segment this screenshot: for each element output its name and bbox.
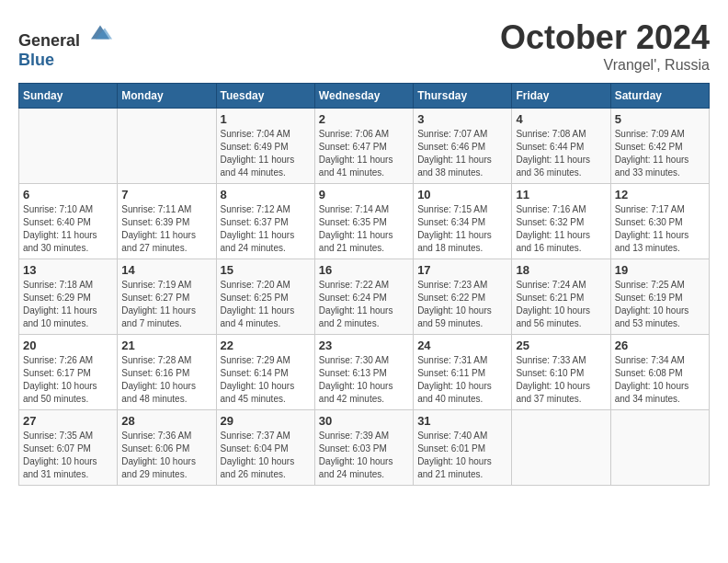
title-area: October 2024 Vrangel', Russia (500, 18, 710, 74)
day-info: Sunrise: 7:07 AMSunset: 6:46 PMDaylight:… (417, 128, 507, 179)
calendar-cell: 26Sunrise: 7:34 AMSunset: 6:08 PMDayligh… (610, 335, 709, 410)
day-info: Sunrise: 7:22 AMSunset: 6:24 PMDaylight:… (319, 279, 409, 330)
calendar-cell: 23Sunrise: 7:30 AMSunset: 6:13 PMDayligh… (314, 335, 413, 410)
calendar-cell: 22Sunrise: 7:29 AMSunset: 6:14 PMDayligh… (216, 335, 314, 410)
calendar-week-4: 20Sunrise: 7:26 AMSunset: 6:17 PMDayligh… (19, 335, 710, 410)
calendar-cell: 29Sunrise: 7:37 AMSunset: 6:04 PMDayligh… (216, 410, 314, 486)
day-number: 24 (417, 339, 507, 352)
day-number: 21 (121, 339, 211, 352)
calendar-cell: 11Sunrise: 7:16 AMSunset: 6:32 PMDayligh… (512, 184, 610, 259)
calendar-cell: 31Sunrise: 7:40 AMSunset: 6:01 PMDayligh… (414, 410, 512, 486)
day-number: 2 (319, 112, 409, 126)
day-info: Sunrise: 7:37 AMSunset: 6:04 PMDaylight:… (221, 430, 311, 481)
day-info: Sunrise: 7:40 AMSunset: 6:01 PMDaylight:… (417, 430, 507, 481)
day-of-week-wednesday: Wednesday (314, 84, 413, 109)
day-info: Sunrise: 7:06 AMSunset: 6:47 PMDaylight:… (319, 128, 409, 179)
day-number: 30 (319, 414, 409, 428)
day-number: 3 (417, 112, 507, 126)
day-number: 19 (615, 263, 705, 277)
day-number: 29 (221, 414, 311, 428)
day-info: Sunrise: 7:24 AMSunset: 6:21 PMDaylight:… (516, 279, 606, 330)
day-info: Sunrise: 7:08 AMSunset: 6:44 PMDaylight:… (516, 128, 606, 179)
day-number: 18 (516, 263, 606, 277)
day-number: 14 (121, 263, 211, 277)
day-info: Sunrise: 7:36 AMSunset: 6:06 PMDaylight:… (121, 430, 211, 481)
calendar-cell (19, 109, 118, 184)
calendar-cell (118, 109, 216, 184)
day-info: Sunrise: 7:34 AMSunset: 6:08 PMDaylight:… (615, 354, 705, 406)
day-info: Sunrise: 7:26 AMSunset: 6:17 PMDaylight:… (23, 354, 113, 406)
calendar-cell: 15Sunrise: 7:20 AMSunset: 6:25 PMDayligh… (216, 259, 314, 335)
day-number: 16 (319, 263, 409, 277)
calendar-cell: 14Sunrise: 7:19 AMSunset: 6:27 PMDayligh… (118, 259, 216, 335)
logo: General Blue (18, 18, 114, 70)
month-title: October 2024 (500, 18, 710, 57)
day-number: 23 (319, 339, 409, 352)
day-info: Sunrise: 7:20 AMSunset: 6:25 PMDaylight:… (221, 279, 311, 330)
calendar-week-5: 27Sunrise: 7:35 AMSunset: 6:07 PMDayligh… (19, 410, 710, 486)
day-info: Sunrise: 7:35 AMSunset: 6:07 PMDaylight:… (23, 430, 113, 481)
day-of-week-monday: Monday (118, 84, 216, 109)
day-info: Sunrise: 7:29 AMSunset: 6:14 PMDaylight:… (221, 354, 311, 406)
day-info: Sunrise: 7:10 AMSunset: 6:40 PMDaylight:… (23, 203, 113, 255)
day-number: 8 (221, 188, 311, 201)
day-number: 22 (221, 339, 311, 352)
day-info: Sunrise: 7:11 AMSunset: 6:39 PMDaylight:… (121, 203, 211, 255)
calendar-cell: 10Sunrise: 7:15 AMSunset: 6:34 PMDayligh… (414, 184, 512, 259)
day-number: 13 (23, 263, 113, 277)
day-info: Sunrise: 7:15 AMSunset: 6:34 PMDaylight:… (417, 203, 507, 255)
day-number: 15 (221, 263, 311, 277)
calendar-week-3: 13Sunrise: 7:18 AMSunset: 6:29 PMDayligh… (19, 259, 710, 335)
calendar-cell: 18Sunrise: 7:24 AMSunset: 6:21 PMDayligh… (512, 259, 610, 335)
day-number: 12 (615, 188, 705, 201)
calendar-header-row: SundayMondayTuesdayWednesdayThursdayFrid… (19, 84, 710, 109)
day-number: 31 (417, 414, 507, 428)
logo-icon (86, 18, 114, 46)
day-number: 6 (23, 188, 113, 201)
calendar-cell: 2Sunrise: 7:06 AMSunset: 6:47 PMDaylight… (314, 109, 413, 184)
calendar-cell: 30Sunrise: 7:39 AMSunset: 6:03 PMDayligh… (314, 410, 413, 486)
calendar-cell: 13Sunrise: 7:18 AMSunset: 6:29 PMDayligh… (19, 259, 118, 335)
day-number: 27 (23, 414, 113, 428)
calendar-cell: 19Sunrise: 7:25 AMSunset: 6:19 PMDayligh… (610, 259, 709, 335)
day-of-week-sunday: Sunday (19, 84, 118, 109)
day-info: Sunrise: 7:04 AMSunset: 6:49 PMDaylight:… (221, 128, 311, 179)
location-title: Vrangel', Russia (500, 57, 710, 74)
calendar-cell: 28Sunrise: 7:36 AMSunset: 6:06 PMDayligh… (118, 410, 216, 486)
calendar-cell: 25Sunrise: 7:33 AMSunset: 6:10 PMDayligh… (512, 335, 610, 410)
day-number: 28 (121, 414, 211, 428)
logo-text: General Blue (18, 18, 114, 70)
day-number: 5 (615, 112, 705, 126)
day-of-week-friday: Friday (512, 84, 610, 109)
day-of-week-thursday: Thursday (414, 84, 512, 109)
day-info: Sunrise: 7:16 AMSunset: 6:32 PMDaylight:… (516, 203, 606, 255)
calendar-cell: 1Sunrise: 7:04 AMSunset: 6:49 PMDaylight… (216, 109, 314, 184)
day-number: 10 (417, 188, 507, 201)
day-number: 11 (516, 188, 606, 201)
header: General Blue October 2024 Vrangel', Russ… (18, 18, 710, 74)
day-number: 9 (319, 188, 409, 201)
calendar-cell: 16Sunrise: 7:22 AMSunset: 6:24 PMDayligh… (314, 259, 413, 335)
day-info: Sunrise: 7:25 AMSunset: 6:19 PMDaylight:… (615, 279, 705, 330)
calendar-cell (610, 410, 709, 486)
calendar-cell: 3Sunrise: 7:07 AMSunset: 6:46 PMDaylight… (414, 109, 512, 184)
day-number: 1 (221, 112, 311, 126)
day-info: Sunrise: 7:12 AMSunset: 6:37 PMDaylight:… (221, 203, 311, 255)
day-number: 25 (516, 339, 606, 352)
calendar-cell: 9Sunrise: 7:14 AMSunset: 6:35 PMDaylight… (314, 184, 413, 259)
day-info: Sunrise: 7:14 AMSunset: 6:35 PMDaylight:… (319, 203, 409, 255)
day-info: Sunrise: 7:28 AMSunset: 6:16 PMDaylight:… (121, 354, 211, 406)
calendar-cell: 21Sunrise: 7:28 AMSunset: 6:16 PMDayligh… (118, 335, 216, 410)
calendar-cell: 27Sunrise: 7:35 AMSunset: 6:07 PMDayligh… (19, 410, 118, 486)
day-info: Sunrise: 7:19 AMSunset: 6:27 PMDaylight:… (121, 279, 211, 330)
calendar-table: SundayMondayTuesdayWednesdayThursdayFrid… (18, 83, 710, 486)
day-number: 26 (615, 339, 705, 352)
calendar-cell: 4Sunrise: 7:08 AMSunset: 6:44 PMDaylight… (512, 109, 610, 184)
logo-blue: Blue (18, 51, 54, 69)
day-number: 4 (516, 112, 606, 126)
day-info: Sunrise: 7:09 AMSunset: 6:42 PMDaylight:… (615, 128, 705, 179)
calendar-week-1: 1Sunrise: 7:04 AMSunset: 6:49 PMDaylight… (19, 109, 710, 184)
calendar-cell: 6Sunrise: 7:10 AMSunset: 6:40 PMDaylight… (19, 184, 118, 259)
calendar-week-2: 6Sunrise: 7:10 AMSunset: 6:40 PMDaylight… (19, 184, 710, 259)
calendar-cell (512, 410, 610, 486)
